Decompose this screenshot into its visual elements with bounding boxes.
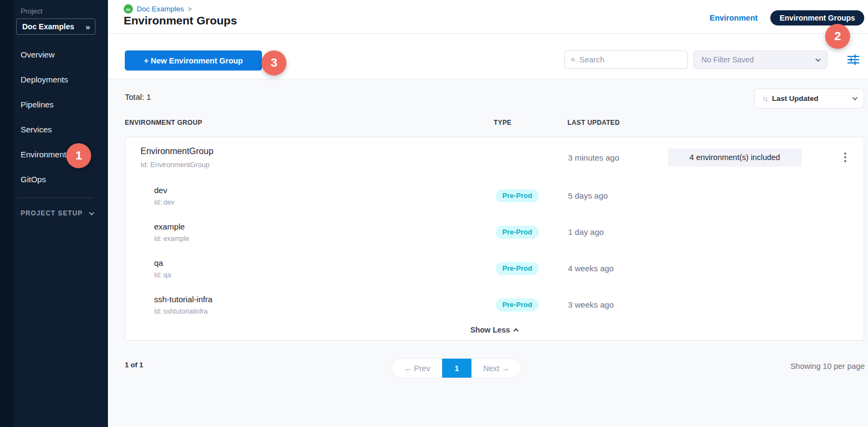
show-less-button[interactable]: Show Less <box>125 323 864 337</box>
row-menu-button[interactable] <box>826 152 865 162</box>
search-input[interactable] <box>579 55 681 64</box>
column-type: TYPE <box>494 119 567 126</box>
sidebar-item-deployments[interactable]: Deployments <box>0 67 108 92</box>
tab-environment[interactable]: Environment <box>710 14 758 22</box>
page-info: 1 of 1 <box>125 361 143 369</box>
environment-last-updated: 1 day ago <box>568 227 668 237</box>
project-setup-toggle[interactable]: PROJECT SETUP <box>21 209 93 217</box>
sidebar-item-gitops[interactable]: GitOps <box>0 167 108 192</box>
environment-id: Id: qa <box>154 271 494 279</box>
environment-row-qa[interactable]: qa Id: qa Pre-Prod 4 weeks ago <box>125 250 864 286</box>
sort-dropdown[interactable]: ↑↓ Last Updated <box>754 88 864 109</box>
breadcrumb-separator: > <box>188 5 192 13</box>
group-last-updated: 3 minutes ago <box>568 153 668 162</box>
environment-name: example <box>154 222 494 231</box>
environment-name: ssh-tutorial-infra <box>154 295 494 304</box>
environment-name: qa <box>154 258 494 267</box>
new-environment-group-button[interactable]: + New Environment Group <box>125 50 262 71</box>
sidebar-item-services[interactable]: Services <box>0 117 108 142</box>
project-label: Project <box>21 7 42 15</box>
page-title: Environment Groups <box>124 14 237 27</box>
sort-arrows-icon: ↑↓ <box>762 94 767 103</box>
column-last-updated: LAST UPDATED <box>567 119 667 126</box>
type-badge: Pre-Prod <box>496 189 539 202</box>
per-page-label: Showing 10 per page <box>790 362 865 371</box>
saved-filter-dropdown[interactable]: No Filter Saved <box>693 50 827 69</box>
project-setup-label: PROJECT SETUP <box>21 209 82 217</box>
column-environment-group: ENVIRONMENT GROUP <box>125 119 494 126</box>
type-badge: Pre-Prod <box>496 226 539 239</box>
search-box <box>564 50 688 69</box>
type-badge: Pre-Prod <box>496 298 539 311</box>
environment-last-updated: 5 days ago <box>568 191 668 200</box>
sidebar-item-overview[interactable]: Overview <box>0 42 108 67</box>
search-icon <box>571 56 575 63</box>
project-selector[interactable]: Doc Examples » <box>16 18 95 35</box>
total-count: Total: 1 <box>125 92 151 101</box>
tab-environment-groups[interactable]: Environment Groups <box>770 10 864 26</box>
sliders-icon <box>847 54 860 66</box>
filter-settings-button[interactable] <box>845 52 861 67</box>
breadcrumb-project-link[interactable]: Doc Examples <box>137 5 184 13</box>
cd-module-icon: ∞ <box>124 4 133 14</box>
environment-last-updated: 4 weeks ago <box>568 264 668 273</box>
sidebar-divider <box>16 197 93 198</box>
annotation-circle-1: 1 <box>66 143 91 168</box>
breadcrumb: ∞ Doc Examples > <box>124 4 192 14</box>
chevron-up-icon <box>513 328 519 333</box>
annotation-circle-3: 3 <box>261 50 286 75</box>
group-name: EnvironmentGroup <box>141 146 494 156</box>
environment-row-example[interactable]: example Id: example Pre-Prod 1 day ago <box>125 214 864 250</box>
group-id: Id: EnvironmentGroup <box>141 161 494 169</box>
environment-group-row[interactable]: EnvironmentGroup Id: EnvironmentGroup 3 … <box>125 137 864 177</box>
environment-id: Id: dev <box>154 199 494 206</box>
environment-id: Id: sshtutorialinfra <box>154 308 494 315</box>
page-1-button[interactable]: 1 <box>442 359 471 378</box>
environment-row-ssh-tutorial-infra[interactable]: ssh-tutorial-infra Id: sshtutorialinfra … <box>125 286 864 323</box>
sort-label: Last Updated <box>772 94 819 103</box>
pagination: ← Prev 1 Next → <box>392 358 522 378</box>
sidebar: Project Doc Examples » Overview Deployme… <box>0 0 108 427</box>
sidebar-item-pipelines[interactable]: Pipelines <box>0 92 108 117</box>
chevron-down-icon <box>815 56 821 62</box>
type-badge: Pre-Prod <box>496 262 539 275</box>
chevron-down-icon <box>89 210 94 215</box>
environment-id: Id: example <box>154 235 494 243</box>
table-header: ENVIRONMENT GROUP TYPE LAST UPDATED <box>125 119 864 126</box>
environments-included-badge: 4 environment(s) included <box>668 149 802 167</box>
environment-row-dev[interactable]: dev Id: dev Pre-Prod 5 days ago <box>125 177 864 214</box>
environment-group-card: EnvironmentGroup Id: EnvironmentGroup 3 … <box>125 137 864 341</box>
sidebar-item-environments[interactable]: Environments <box>0 142 108 167</box>
chevron-down-icon <box>852 95 858 100</box>
show-less-label: Show Less <box>470 326 510 334</box>
project-name: Doc Examples <box>22 22 74 31</box>
sidebar-nav: Overview Deployments Pipelines Services … <box>0 42 108 192</box>
environment-name: dev <box>154 186 494 195</box>
prev-page-button[interactable]: ← Prev <box>392 359 442 378</box>
saved-filter-label: No Filter Saved <box>701 55 815 64</box>
expand-project-icon[interactable]: » <box>86 22 90 31</box>
next-page-button[interactable]: Next → <box>471 359 521 378</box>
annotation-circle-2: 2 <box>825 24 850 49</box>
environment-last-updated: 3 weeks ago <box>568 300 668 309</box>
